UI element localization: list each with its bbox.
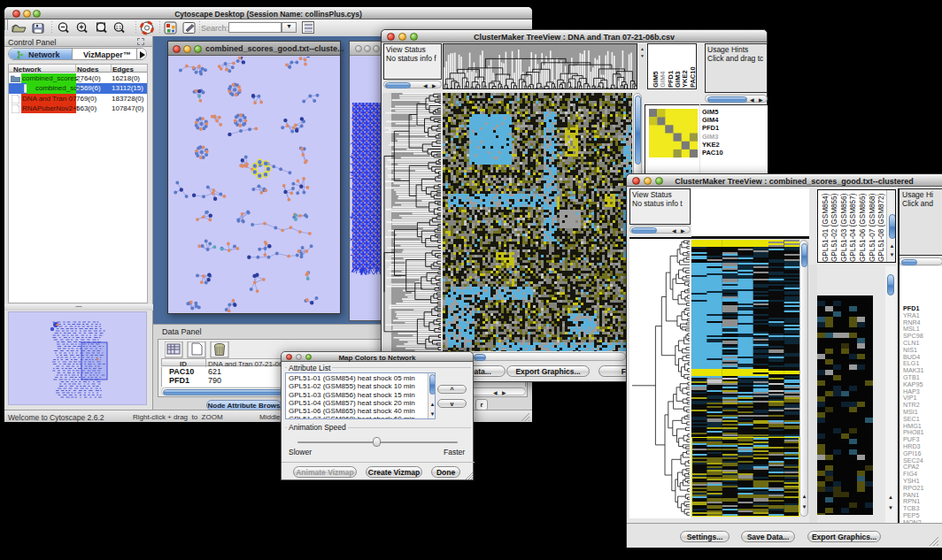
svg-text:1:1: 1:1 xyxy=(116,26,122,30)
